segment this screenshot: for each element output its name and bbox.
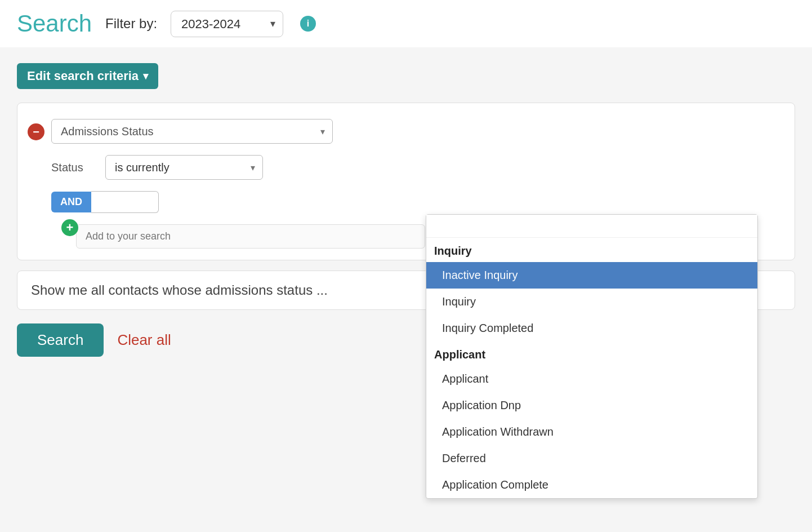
dropdown-group-applicant: Applicant bbox=[426, 342, 757, 366]
dropdown-item-deferred[interactable]: Deferred bbox=[426, 445, 757, 472]
minus-icon: − bbox=[33, 126, 39, 138]
search-button[interactable]: Search bbox=[17, 323, 104, 357]
clear-all-button[interactable]: Clear all bbox=[117, 331, 171, 349]
criteria-type-select[interactable]: Admissions Status bbox=[51, 119, 333, 144]
filter-label: Filter by: bbox=[105, 16, 157, 32]
dropdown-item-application-dnp[interactable]: Application Dnp bbox=[426, 392, 757, 419]
info-icon[interactable]: i bbox=[300, 16, 316, 32]
dropdown-item-application-withdrawn[interactable]: Application Withdrawn bbox=[426, 419, 757, 445]
dropdown-item-inquiry-completed[interactable]: Inquiry Completed bbox=[426, 315, 757, 342]
add-search-input[interactable] bbox=[76, 224, 425, 249]
status-label: Status bbox=[51, 161, 96, 174]
dropdown-item-application-complete[interactable]: Application Complete bbox=[426, 472, 757, 498]
dropdown-group-inquiry: Inquiry bbox=[426, 238, 757, 262]
dropdown-item-inquiry[interactable]: Inquiry bbox=[426, 289, 757, 315]
edit-criteria-button[interactable]: Edit search criteria ▾ bbox=[17, 63, 158, 89]
and-button[interactable]: AND bbox=[51, 192, 91, 212]
edit-criteria-chevron-icon: ▾ bbox=[143, 70, 148, 82]
edit-criteria-label: Edit search criteria bbox=[27, 69, 139, 83]
status-row: Status is currently was previously ▾ bbox=[51, 155, 779, 180]
dropdown-item-inactive-inquiry[interactable]: Inactive Inquiry bbox=[426, 262, 757, 289]
page-title: Search bbox=[17, 10, 92, 37]
and-row: AND bbox=[51, 191, 779, 213]
add-criteria-icon[interactable]: + bbox=[61, 219, 78, 236]
year-filter-select[interactable]: 2023-2024 2022-2023 2021-2022 bbox=[171, 11, 283, 37]
remove-criteria-button[interactable]: − bbox=[28, 123, 44, 140]
filter-select-wrapper: 2023-2024 2022-2023 2021-2022 ▾ bbox=[171, 11, 283, 37]
summary-content: Show me all contacts whose admissions st… bbox=[31, 282, 328, 298]
dropdown-item-applicant[interactable]: Applicant bbox=[426, 366, 757, 392]
status-condition-select[interactable]: is currently was previously bbox=[105, 155, 263, 180]
and-text-input[interactable] bbox=[91, 191, 159, 213]
criteria-type-wrapper: Admissions Status ▾ bbox=[51, 119, 333, 144]
status-condition-wrapper: is currently was previously ▾ bbox=[105, 155, 263, 180]
header: Search Filter by: 2023-2024 2022-2023 20… bbox=[0, 0, 812, 47]
status-value-dropdown: Inquiry Inactive Inquiry Inquiry Inquiry… bbox=[426, 214, 758, 499]
dropdown-search-input[interactable] bbox=[426, 215, 757, 238]
